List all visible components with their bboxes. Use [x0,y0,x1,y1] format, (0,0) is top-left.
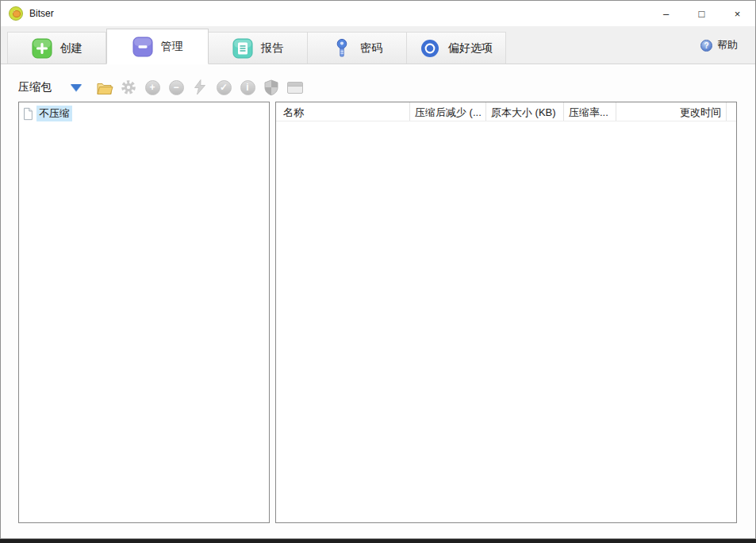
bitser-window: Bitser – □ × 创建 管理 [0,0,756,539]
window-controls: – □ × [648,1,755,26]
archive-menu[interactable]: 压缩包 [18,80,52,94]
chevron-down-icon[interactable] [71,84,82,91]
toolbar: 压缩包 + − ✓ [1,64,755,98]
column-header-modified-time[interactable]: 更改时间 [616,102,727,121]
remove-button[interactable]: − [167,78,185,97]
help-question-icon: ? [700,40,712,52]
open-archive-button[interactable] [96,78,113,97]
file-table-body[interactable] [276,121,736,522]
viewer-button[interactable] [286,78,304,97]
tab-manage[interactable]: 管理 [106,29,209,64]
lightning-icon [193,79,207,95]
check-circle-icon: ✓ [217,80,232,95]
manage-minus-icon [132,37,153,57]
tree-item-label: 不压缩 [36,106,72,121]
tab-label: 偏好选项 [448,41,493,56]
file-list-panel[interactable]: 名称 压缩后减少 (... 原本大小 (KB) 压缩率... 更改时间 [275,102,737,523]
bitser-logo-icon [9,6,23,21]
security-button[interactable] [263,78,280,97]
info-button[interactable]: i [239,78,256,97]
archive-tree-panel[interactable]: 不压缩 [18,102,270,523]
tab-label: 管理 [161,40,183,54]
verify-button[interactable]: ✓ [215,78,232,97]
gear-button[interactable] [120,78,137,97]
minimize-button[interactable]: – [648,1,684,26]
window-icon [287,82,303,94]
open-folder-icon [96,80,113,95]
title-left: Bitser [1,6,54,21]
create-plus-icon [32,38,52,59]
tab-label: 密码 [360,41,382,56]
help-button[interactable]: ? 帮助 [700,26,738,64]
password-key-icon [332,38,352,59]
test-button[interactable] [191,78,209,97]
info-circle-icon: i [240,80,255,95]
close-button[interactable]: × [720,1,755,26]
column-header-name[interactable]: 名称 [276,102,410,121]
tab-report[interactable]: 报告 [209,32,308,64]
remove-circle-icon: − [169,80,184,95]
maximize-button[interactable]: □ [684,1,720,26]
title-bar: Bitser – □ × [1,1,755,26]
shield-icon [263,79,279,96]
column-header-stub [727,102,736,121]
tab-password[interactable]: 密码 [308,32,407,64]
add-button[interactable]: + [144,78,161,97]
column-header-reduced[interactable]: 压缩后减少 (... [410,102,486,121]
main-panels: 不压缩 名称 压缩后减少 (... 原本大小 (KB) 压缩率... 更改时间 [1,98,755,523]
tab-bar: 创建 管理 报告 [1,26,755,64]
column-header-ratio[interactable]: 压缩率... [564,102,616,121]
column-header-original-size[interactable]: 原本大小 (KB) [486,102,564,121]
document-icon [22,107,33,121]
preferences-target-icon [420,38,440,59]
file-table-header: 名称 压缩后减少 (... 原本大小 (KB) 压缩率... 更改时间 [276,102,736,121]
window-title: Bitser [29,8,54,19]
add-circle-icon: + [145,80,160,95]
tab-create[interactable]: 创建 [7,32,106,64]
tab-label: 报告 [261,41,283,56]
tree-item-no-compression[interactable]: 不压缩 [21,105,267,122]
tab-preferences[interactable]: 偏好选项 [407,32,506,64]
gear-icon [121,79,136,95]
tab-label: 创建 [60,41,83,56]
report-document-icon [232,38,253,59]
help-label: 帮助 [717,38,738,52]
